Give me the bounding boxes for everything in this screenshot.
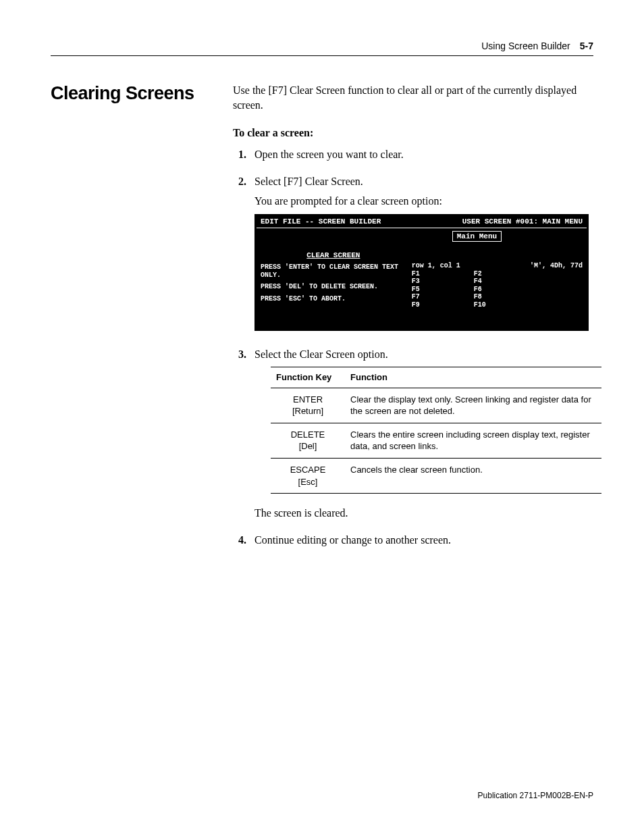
th-function-key: Function Key xyxy=(271,367,345,388)
terminal-title-left: EDIT FILE -- SCREEN BUILDER xyxy=(261,217,381,226)
desc-delete: Clears the entire screen including scree… xyxy=(345,423,601,458)
publication-footer: Publication 2711-PM002B-EN-P xyxy=(478,791,593,800)
prompt-esc: PRESS 'ESC' TO ABORT. xyxy=(261,295,406,303)
key-escape: ESCAPE [Esc] xyxy=(271,459,345,494)
th-function: Function xyxy=(345,367,601,388)
desc-escape: Cancels the clear screen function. xyxy=(345,459,601,494)
intro-paragraph: Use the [F7] Clear Screen function to cl… xyxy=(233,83,601,113)
steps-list: Open the screen you want to clear. Selec… xyxy=(233,147,601,548)
step-1: Open the screen you want to clear. xyxy=(233,147,601,162)
table-row: ENTER [Return] Clear the display text on… xyxy=(271,388,601,423)
clear-screen-heading: CLEAR SCREEN xyxy=(261,251,406,260)
key-enter: ENTER [Return] xyxy=(271,388,345,423)
terminal-screenshot: EDIT FILE -- SCREEN BUILDER USER SCREEN … xyxy=(254,214,589,331)
step-3: Select the Clear Screen option. Function… xyxy=(233,347,601,521)
cursor-pos: row 1, col 1 xyxy=(412,262,460,270)
section-title: Clearing Screens xyxy=(51,83,233,104)
page-number: 5-7 xyxy=(580,41,593,51)
char-info: 'M', 4Dh, 77d xyxy=(530,262,583,270)
step-2: Select [F7] Clear Screen. You are prompt… xyxy=(233,174,601,331)
function-key-table: Function Key Function ENTER [Return] Cle… xyxy=(271,367,601,494)
page-header: Using Screen Builder 5-7 xyxy=(51,41,593,56)
desc-enter: Clear the display text only. Screen link… xyxy=(345,388,601,423)
step-4: Continue editing or change to another sc… xyxy=(233,533,601,548)
table-row: ESCAPE [Esc] Cancels the clear screen fu… xyxy=(271,459,601,494)
prompt-del: PRESS 'DEL' TO DELETE SCREEN. xyxy=(261,283,406,291)
main-menu-box: Main Menu xyxy=(452,231,502,242)
chapter-name: Using Screen Builder xyxy=(481,41,570,51)
fkeys-left: F1 F3 F5 F7 F9 xyxy=(412,270,420,309)
table-row: DELETE [Del] Clears the entire screen in… xyxy=(271,423,601,458)
fkeys-right: F2 F4 F6 F8 F10 xyxy=(474,270,486,309)
prompt-enter: PRESS 'ENTER' TO CLEAR SCREEN TEXT ONLY. xyxy=(261,263,406,279)
procedure-heading: To clear a screen: xyxy=(233,127,601,139)
key-delete: DELETE [Del] xyxy=(271,423,345,458)
terminal-title-right: USER SCREEN #001: MAIN MENU xyxy=(462,217,583,226)
